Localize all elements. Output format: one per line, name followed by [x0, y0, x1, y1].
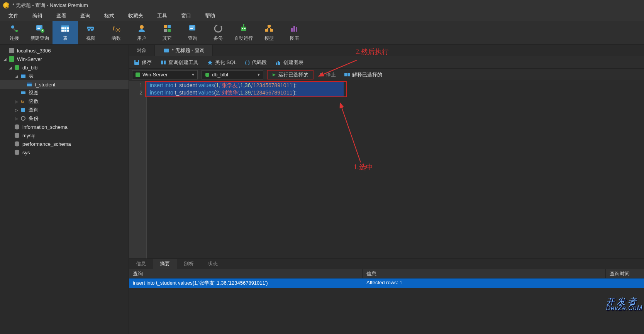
menu-edit[interactable]: 编辑	[25, 11, 49, 20]
views-node[interactable]: 视图	[0, 89, 129, 97]
db-perfschema[interactable]: performance_schema	[0, 140, 129, 148]
plug-icon	[9, 24, 19, 34]
db-infoschema[interactable]: information_schema	[0, 123, 129, 131]
model-icon	[264, 24, 274, 34]
svg-rect-69	[344, 73, 347, 76]
chevron-down-icon: ▼	[191, 73, 195, 77]
query-tab-icon	[163, 47, 169, 54]
menu-query[interactable]: 查询	[73, 11, 97, 20]
table-icon	[60, 24, 70, 34]
rtab-profile[interactable]: 剖析	[177, 259, 201, 269]
svg-rect-27	[190, 27, 194, 27]
svg-rect-47	[21, 74, 25, 75]
rtab-info[interactable]: 信息	[129, 259, 153, 269]
col-time[interactable]: 查询时间	[606, 269, 644, 278]
menu-window[interactable]: 窗口	[174, 11, 198, 20]
database-off-icon	[14, 149, 20, 155]
svg-text:f: f	[113, 25, 115, 32]
db-blbl[interactable]: ◢db_blbl	[0, 63, 129, 72]
result-row[interactable]: insert into t_student values(1,'张学友',1,3…	[129, 278, 644, 288]
builder-button[interactable]: 查询创建工具	[159, 58, 200, 67]
tool-backup[interactable]: 备份	[205, 21, 231, 44]
svg-rect-58	[164, 49, 169, 52]
functions-node[interactable]: ▷fx函数	[0, 97, 129, 106]
menu-tools[interactable]: 工具	[150, 11, 174, 20]
result-empty-area	[129, 288, 644, 334]
rtab-state[interactable]: 状态	[201, 259, 225, 269]
tool-function[interactable]: f(x)函数	[103, 21, 129, 44]
svg-point-53	[21, 116, 25, 120]
svg-rect-36	[265, 29, 268, 32]
db-combo[interactable]: db_blbl▼	[202, 70, 263, 79]
menu-help[interactable]: 帮助	[198, 11, 222, 20]
rtab-summary[interactable]: 摘要	[153, 259, 177, 269]
backup-node-icon	[20, 115, 26, 121]
tool-model[interactable]: 模型	[256, 21, 282, 44]
menu-view[interactable]: 查看	[49, 11, 73, 20]
svg-rect-41	[293, 26, 295, 32]
beautify-button[interactable]: 美化 SQL	[205, 58, 238, 67]
main-toolbar: 连接 新建查询 表 视图 f(x)函数 用户 其它 查询 备份 自动运行 模型 …	[0, 21, 644, 45]
fx-icon: fx	[20, 98, 26, 105]
query-icon	[188, 24, 198, 34]
svg-rect-10	[61, 25, 69, 27]
conn-localhost[interactable]: localhost_3306	[0, 46, 129, 55]
menu-file[interactable]: 文件	[2, 11, 25, 20]
server-combo[interactable]: Win-Server▼	[132, 70, 198, 79]
tool-other[interactable]: 其它	[154, 21, 180, 44]
svg-rect-68	[320, 73, 323, 76]
tool-chart[interactable]: 图表	[282, 21, 307, 44]
svg-rect-66	[136, 73, 140, 77]
connection-tree[interactable]: localhost_3306 ◢Win-Server ◢db_blbl ◢表 t…	[0, 45, 129, 334]
chevron-down-icon: ▼	[257, 73, 261, 77]
other-icon	[162, 24, 172, 34]
stop-button[interactable]: 停止	[317, 71, 338, 78]
tool-table[interactable]: 表	[53, 21, 78, 44]
snippet-button[interactable]: ( )代码段	[244, 58, 268, 67]
svg-rect-40	[291, 28, 293, 32]
database-off-icon	[14, 132, 20, 138]
svg-rect-37	[270, 29, 273, 32]
menu-favorites[interactable]: 收藏夹	[121, 11, 150, 20]
tool-autorun[interactable]: 自动运行	[231, 21, 256, 44]
table-tstudent[interactable]: t_student	[0, 80, 129, 89]
svg-point-17	[88, 29, 90, 31]
tool-newquery[interactable]: 新建查询	[27, 21, 53, 44]
menu-format[interactable]: 格式	[97, 11, 121, 20]
explain-button[interactable]: 解释已选择的	[342, 71, 385, 78]
title-bar: * 无标题 - 查询 - Navicat Premium	[0, 0, 644, 11]
svg-rect-60	[136, 60, 138, 62]
tool-query[interactable]: 查询	[180, 21, 205, 44]
window-title: * 无标题 - 查询 - Navicat Premium	[12, 2, 88, 9]
col-info[interactable]: 信息	[363, 269, 606, 278]
tab-query[interactable]: * 无标题 - 查询	[155, 45, 213, 56]
svg-rect-23	[168, 25, 171, 28]
conn-winserver[interactable]: ◢Win-Server	[0, 55, 129, 63]
tab-objects[interactable]: 对象	[129, 45, 155, 56]
svg-rect-43	[9, 48, 14, 53]
tool-user[interactable]: 用户	[129, 21, 154, 44]
table-item-icon	[26, 81, 32, 88]
col-query[interactable]: 查询	[129, 269, 363, 278]
svg-point-21	[140, 25, 144, 29]
queries-icon	[20, 107, 26, 113]
tables-node[interactable]: ◢表	[0, 72, 129, 80]
queries-node[interactable]: ▷查询	[0, 106, 129, 114]
sql-editor[interactable]: 1 2 insert into t_student values(1,'张学友'…	[129, 81, 644, 258]
svg-point-0	[11, 25, 14, 29]
svg-text:(x): (x)	[115, 27, 120, 32]
tool-connect[interactable]: 连接	[2, 21, 27, 44]
svg-rect-4	[37, 27, 41, 27]
tool-view[interactable]: 视图	[78, 21, 103, 44]
result-tabs: 信息 摘要 剖析 状态	[129, 258, 644, 269]
parens-icon: ( )	[245, 59, 250, 65]
code-area[interactable]: insert into t_student values(1,'张学友',1,3…	[147, 81, 644, 258]
save-button[interactable]: 保存	[132, 58, 153, 67]
line-gutter: 1 2	[129, 81, 147, 258]
backups-node[interactable]: ▷备份	[0, 114, 129, 123]
chart-button[interactable]: 创建图表	[274, 58, 305, 67]
run-selected-button[interactable]: 运行已选择的	[267, 70, 314, 79]
db-sys[interactable]: sys	[0, 148, 129, 157]
svg-rect-35	[268, 25, 271, 27]
db-mysql[interactable]: mysql	[0, 131, 129, 140]
